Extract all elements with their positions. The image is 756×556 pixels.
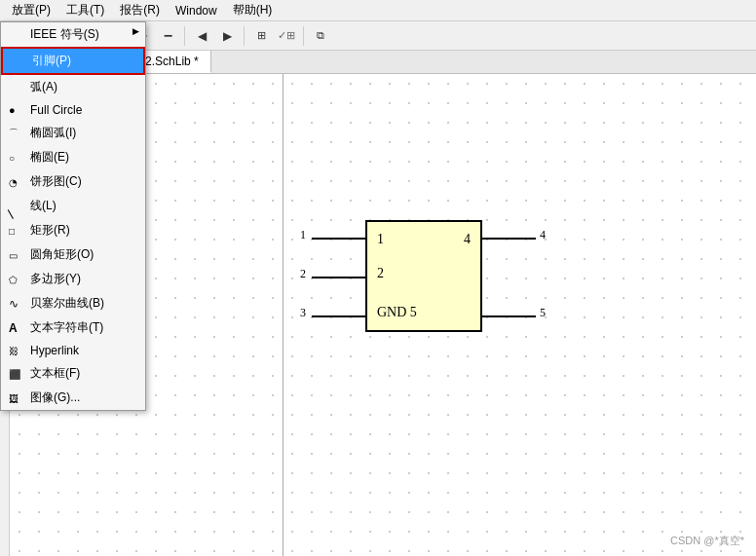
- place-dropdown: IEEE 符号(S) 引脚(P) 弧(A) ● Full Circle ⌒ 椭圆…: [0, 21, 146, 411]
- right-arrow-btn[interactable]: ▶: [215, 24, 239, 48]
- sep4: [303, 26, 304, 46]
- bezier-icon: ∿: [9, 297, 19, 311]
- pin-number-left-2: 2: [300, 267, 306, 281]
- menu-pin[interactable]: 引脚(P): [1, 47, 145, 75]
- menu-full-circle[interactable]: ● Full Circle: [1, 99, 145, 121]
- grid-btn1[interactable]: ⊞: [249, 24, 273, 48]
- menu-arc[interactable]: 弧(A): [1, 75, 145, 99]
- menu-pie[interactable]: ◔ 饼形图(C): [1, 169, 145, 194]
- menu-report[interactable]: 报告(R): [112, 0, 168, 20]
- menu-help[interactable]: 帮助(H): [225, 0, 281, 20]
- menu-tools[interactable]: 工具(T): [58, 0, 112, 20]
- pin-line-left-2: [312, 277, 365, 278]
- pie-icon: ◔: [9, 176, 18, 187]
- menu-hyperlink[interactable]: ⛓ Hyperlink: [1, 340, 145, 361]
- menu-window[interactable]: Window: [168, 2, 225, 19]
- ellipse-icon: ○: [9, 152, 15, 163]
- comp-label-4: 4: [464, 232, 471, 247]
- sep2: [184, 26, 185, 46]
- menu-bezier[interactable]: ∿ 贝塞尔曲线(B): [1, 291, 145, 315]
- menu-text[interactable]: A 文本字符串(T): [1, 315, 145, 340]
- hyperlink-icon: ⛓: [9, 346, 19, 356]
- menu-ellipse[interactable]: ○ 椭圆(E): [1, 145, 145, 169]
- layers-btn[interactable]: ⧉: [309, 24, 332, 48]
- pin-line-left-1: [312, 238, 365, 240]
- comp-label-2: 2: [377, 266, 384, 281]
- grid-btn2[interactable]: ✓⊞: [275, 24, 298, 48]
- menu-ellipse-arc[interactable]: ⌒ 椭圆弧(I): [1, 121, 145, 145]
- menu-image[interactable]: 🖼 图像(G)...: [1, 386, 145, 410]
- menu-line[interactable]: / 线(L): [1, 194, 145, 218]
- pin-line-left-3: [312, 315, 365, 317]
- menu-ieee[interactable]: IEEE 符号(S): [1, 22, 145, 47]
- sep3: [244, 26, 245, 46]
- menu-place[interactable]: 放置(P): [4, 0, 58, 20]
- textbox-icon: ⬛: [9, 368, 20, 379]
- polygon-icon: ⬠: [9, 274, 18, 284]
- rect-icon: □: [9, 225, 15, 236]
- vertical-guide-line: [283, 74, 284, 556]
- left-arrow-btn[interactable]: ◀: [190, 24, 213, 48]
- pin-line-right-4: [482, 238, 536, 240]
- image-icon: 🖼: [9, 392, 19, 403]
- pin-number-left-1: 1: [300, 228, 306, 242]
- pin-number-right-5: 5: [540, 306, 546, 320]
- menu-polygon[interactable]: ⬠ 多边形(Y): [1, 267, 145, 291]
- menu-round-rect[interactable]: ▭ 圆角矩形(O): [1, 242, 145, 267]
- pin-number-left-3: 3: [300, 306, 306, 320]
- comp-label-gnd5: GND 5: [377, 305, 417, 320]
- full-circle-icon: ●: [9, 104, 16, 116]
- remove-btn[interactable]: −: [156, 24, 179, 48]
- watermark: CSDN @*真空*: [670, 534, 744, 548]
- comp-label-1: 1: [377, 232, 384, 247]
- menu-textbox[interactable]: ⬛ 文本框(F): [1, 361, 145, 386]
- text-icon: A: [9, 321, 18, 335]
- component-box: 1 4 2 GND 5: [365, 220, 482, 332]
- menubar: 放置(P) 工具(T) 报告(R) Window 帮助(H) IEEE 符号(S…: [0, 0, 756, 21]
- ellipse-arc-icon: ⌒: [9, 127, 19, 140]
- menu-rect[interactable]: □ 矩形(R): [1, 218, 145, 242]
- round-rect-icon: ▭: [9, 249, 18, 260]
- pin-number-right-4: 4: [540, 228, 546, 242]
- pin-line-right-5: [482, 315, 536, 317]
